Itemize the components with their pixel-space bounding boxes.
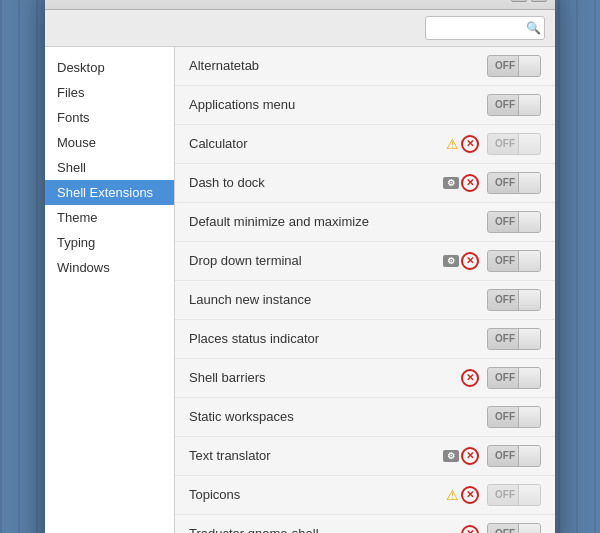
- toggle-places-status[interactable]: OFF: [487, 328, 541, 350]
- list-item: Launch new instance OFF: [175, 281, 555, 320]
- error-icon: ✕: [461, 486, 479, 504]
- error-icons: ⚠ ✕: [446, 486, 479, 504]
- sidebar-item-fonts[interactable]: Fonts: [45, 105, 174, 130]
- sidebar-item-windows[interactable]: Windows: [45, 255, 174, 280]
- toggle-applications-menu[interactable]: OFF: [487, 94, 541, 116]
- action-icons: ⚙ ✕: [443, 447, 479, 465]
- search-icon: 🔍: [526, 21, 541, 35]
- extension-controls: ⚠ ✕ OFF: [446, 133, 541, 155]
- toggle-calculator[interactable]: OFF: [487, 133, 541, 155]
- settings-badge: ⚙: [443, 450, 459, 462]
- list-item: Calculator ⚠ ✕ OFF: [175, 125, 555, 164]
- window-controls: – ✕: [511, 0, 547, 2]
- list-item: Text translator ⚙ ✕ OFF: [175, 437, 555, 476]
- titlebar: Tweak Tool – ✕: [45, 0, 555, 10]
- error-icon: ✕: [461, 135, 479, 153]
- sidebar-item-shell-extensions[interactable]: Shell Extensions: [45, 180, 174, 205]
- sidebar-item-theme[interactable]: Theme: [45, 205, 174, 230]
- error-icons: ✕: [461, 369, 479, 387]
- toolbar: 🔍: [45, 10, 555, 47]
- list-item: Static workspaces OFF: [175, 398, 555, 437]
- error-icon: ✕: [461, 174, 479, 192]
- extension-controls: OFF: [487, 94, 541, 116]
- extension-name: Launch new instance: [189, 292, 487, 307]
- sidebar-item-typing[interactable]: Typing: [45, 230, 174, 255]
- error-icons: ⚠ ✕: [446, 135, 479, 153]
- extension-controls: ⚙ ✕ OFF: [443, 445, 541, 467]
- error-icon: ✕: [461, 369, 479, 387]
- extension-controls: ⚙ ✕ OFF: [443, 250, 541, 272]
- extension-name: Alternatetab: [189, 58, 487, 73]
- error-icon: ✕: [461, 447, 479, 465]
- extension-controls: ⚠ ✕ OFF: [446, 484, 541, 506]
- extension-name: Topicons: [189, 487, 446, 502]
- toggle-traductor[interactable]: OFF: [487, 523, 541, 534]
- extension-name: Traductor gnome-shell: [189, 526, 461, 533]
- sidebar-item-desktop[interactable]: Desktop: [45, 55, 174, 80]
- extension-name: Calculator: [189, 136, 446, 151]
- action-icons: ⚙ ✕: [443, 252, 479, 270]
- extension-name: Text translator: [189, 448, 443, 463]
- extension-name: Drop down terminal: [189, 253, 443, 268]
- toggle-default-minimize[interactable]: OFF: [487, 211, 541, 233]
- toggle-launch-new-instance[interactable]: OFF: [487, 289, 541, 311]
- warning-icon: ⚠: [446, 487, 459, 503]
- toggle-static-workspaces[interactable]: OFF: [487, 406, 541, 428]
- list-item: Applications menu OFF: [175, 86, 555, 125]
- error-icons: ✕: [461, 525, 479, 534]
- main-window: Tweak Tool – ✕ 🔍 Desktop Files Fonts Mou…: [45, 0, 555, 533]
- settings-badge: ⚙: [443, 255, 459, 267]
- toggle-dash-to-dock[interactable]: OFF: [487, 172, 541, 194]
- extension-controls: OFF: [487, 328, 541, 350]
- warning-icon: ⚠: [446, 136, 459, 152]
- toggle-topicons[interactable]: OFF: [487, 484, 541, 506]
- toggle-alternatetab[interactable]: OFF: [487, 55, 541, 77]
- list-item: Default minimize and maximize OFF: [175, 203, 555, 242]
- search-input[interactable]: [432, 21, 522, 35]
- extensions-panel: Alternatetab OFF Applications menu OFF: [175, 47, 555, 534]
- extension-controls: ✕ OFF: [461, 367, 541, 389]
- extension-name: Dash to dock: [189, 175, 443, 190]
- list-item: Traductor gnome-shell ✕ OFF: [175, 515, 555, 534]
- content-area: Desktop Files Fonts Mouse Shell Shell Ex…: [45, 47, 555, 534]
- extension-controls: OFF: [487, 211, 541, 233]
- extension-name: Places status indicator: [189, 331, 487, 346]
- extension-controls: ⚙ ✕ OFF: [443, 172, 541, 194]
- extension-name: Static workspaces: [189, 409, 487, 424]
- list-item: Topicons ⚠ ✕ OFF: [175, 476, 555, 515]
- error-icon: ✕: [461, 525, 479, 534]
- minimize-button[interactable]: –: [511, 0, 527, 2]
- list-item: Drop down terminal ⚙ ✕ OFF: [175, 242, 555, 281]
- list-item: Dash to dock ⚙ ✕ OFF: [175, 164, 555, 203]
- extension-controls: OFF: [487, 406, 541, 428]
- list-item: Alternatetab OFF: [175, 47, 555, 86]
- extension-name: Default minimize and maximize: [189, 214, 487, 229]
- toggle-drop-down-terminal[interactable]: OFF: [487, 250, 541, 272]
- close-button[interactable]: ✕: [531, 0, 547, 2]
- sidebar-item-shell[interactable]: Shell: [45, 155, 174, 180]
- extension-name: Applications menu: [189, 97, 487, 112]
- list-item: Shell barriers ✕ OFF: [175, 359, 555, 398]
- extension-name: Shell barriers: [189, 370, 461, 385]
- sidebar-item-mouse[interactable]: Mouse: [45, 130, 174, 155]
- extension-controls: ✕ OFF: [461, 523, 541, 534]
- action-icons: ⚙ ✕: [443, 174, 479, 192]
- window-title: Tweak Tool: [268, 0, 333, 2]
- search-box[interactable]: 🔍: [425, 16, 545, 40]
- extension-controls: OFF: [487, 289, 541, 311]
- toggle-text-translator[interactable]: OFF: [487, 445, 541, 467]
- extension-controls: OFF: [487, 55, 541, 77]
- list-item: Places status indicator OFF: [175, 320, 555, 359]
- sidebar-item-files[interactable]: Files: [45, 80, 174, 105]
- toggle-shell-barriers[interactable]: OFF: [487, 367, 541, 389]
- settings-badge: ⚙: [443, 177, 459, 189]
- sidebar: Desktop Files Fonts Mouse Shell Shell Ex…: [45, 47, 175, 534]
- error-icon: ✕: [461, 252, 479, 270]
